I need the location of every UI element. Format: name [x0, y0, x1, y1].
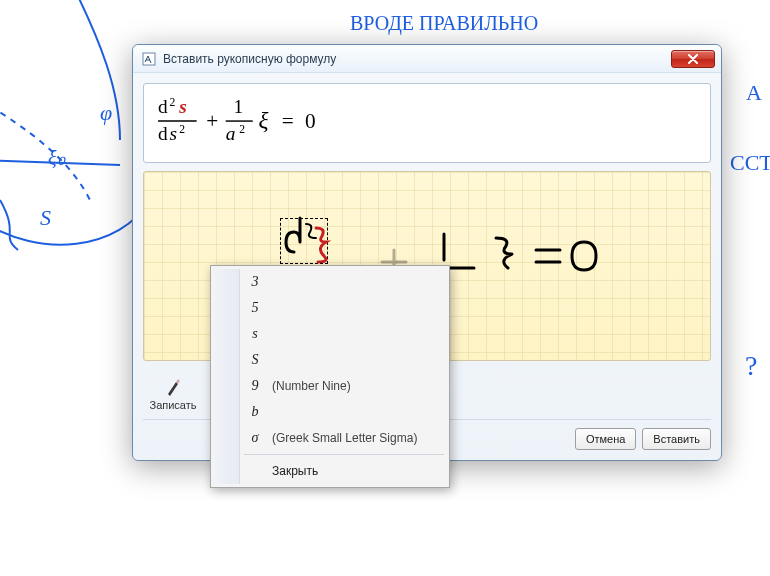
- menu-separator: [244, 454, 444, 455]
- menu-item[interactable]: 9(Number Nine): [214, 373, 446, 399]
- formula-error-char: s: [178, 96, 187, 117]
- bg-top-text: ВРОДЕ ПРАВИЛЬНО: [350, 12, 538, 35]
- menu-item[interactable]: S: [214, 347, 446, 373]
- svg-text:d: d: [158, 96, 168, 117]
- menu-item[interactable]: s: [214, 321, 446, 347]
- titlebar[interactable]: Вставить рукописную формулу: [133, 45, 721, 73]
- bg-label-xi0: ξ₀: [48, 147, 66, 169]
- menu-item[interactable]: 3: [214, 269, 446, 295]
- svg-text:1: 1: [233, 96, 243, 117]
- menu-item[interactable]: 5: [214, 295, 446, 321]
- svg-text:2: 2: [239, 123, 245, 136]
- svg-text:2: 2: [179, 123, 185, 136]
- write-tool-button[interactable]: Записать: [143, 369, 203, 413]
- correction-menu: 3 5 s S 9(Number Nine) b σ(Greek Small L…: [210, 265, 450, 488]
- bg-right2: ССТ: [730, 150, 770, 175]
- app-icon: [141, 51, 157, 67]
- svg-text:0: 0: [305, 109, 316, 133]
- bg-right1: А: [746, 80, 762, 105]
- write-tool-label: Записать: [149, 399, 196, 411]
- svg-text:=: =: [282, 109, 294, 133]
- formula-svg: d 2 s d s 2 + 1 a 2 ξ =: [158, 94, 448, 152]
- svg-text:d: d: [158, 123, 168, 144]
- recognized-formula: d 2 s d s 2 + 1 a 2 ξ =: [143, 83, 711, 163]
- bg-label-phi: φ: [100, 100, 112, 125]
- menu-close-item[interactable]: Закрыть: [214, 458, 446, 484]
- insert-button[interactable]: Вставить: [642, 428, 711, 450]
- pen-icon: [165, 377, 181, 397]
- bg-right3: ?: [745, 350, 757, 381]
- svg-text:a: a: [226, 123, 236, 144]
- svg-text:2: 2: [170, 96, 176, 109]
- svg-text:+: +: [206, 109, 218, 133]
- menu-item[interactable]: σ(Greek Small Letter Sigma): [214, 425, 446, 451]
- menu-item[interactable]: b: [214, 399, 446, 425]
- close-button[interactable]: [671, 50, 715, 68]
- bg-label-s: S: [40, 205, 51, 230]
- dialog-title: Вставить рукописную формулу: [163, 52, 671, 66]
- svg-text:s: s: [170, 123, 178, 144]
- cancel-button[interactable]: Отмена: [575, 428, 636, 450]
- svg-text:ξ: ξ: [259, 107, 269, 133]
